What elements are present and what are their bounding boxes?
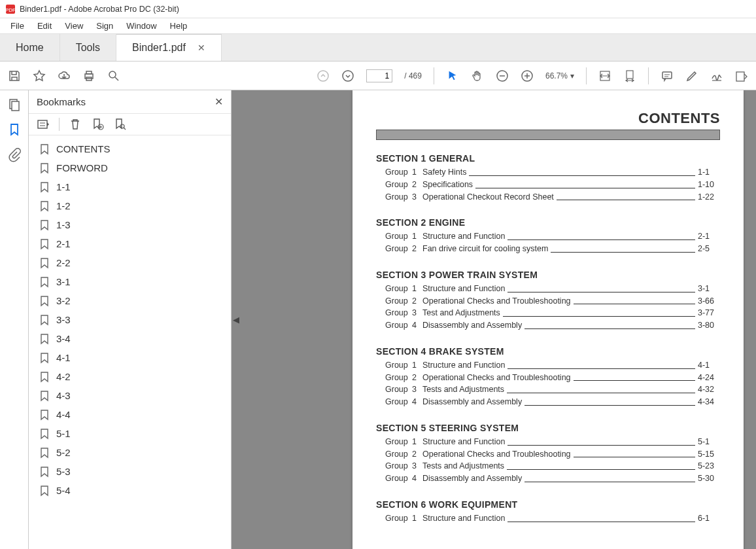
bookmark-icon xyxy=(39,201,50,211)
group-name: Structure and Function xyxy=(420,436,505,448)
group-page: 1-10 xyxy=(698,179,720,191)
options-icon[interactable] xyxy=(37,118,50,131)
bookmark-item[interactable]: 5-2 xyxy=(37,443,228,462)
group-label: Group xyxy=(376,179,412,191)
bookmark-icon xyxy=(39,372,50,382)
document-viewer[interactable]: ◀ CONTENTS SECTION 1 GENERALGroup1Safety… xyxy=(232,90,756,549)
bookmark-item[interactable]: 3-3 xyxy=(37,310,228,329)
toc-group-row: Group2Operational Checks and Troubleshoo… xyxy=(376,448,720,461)
print-icon[interactable] xyxy=(82,69,95,82)
group-page: 4-24 xyxy=(698,372,720,384)
tab-document[interactable]: Binder1.pdf ✕ xyxy=(116,34,222,61)
bookmark-item[interactable]: 5-4 xyxy=(37,481,228,500)
sign-icon[interactable] xyxy=(710,69,723,82)
highlight-icon[interactable] xyxy=(685,69,698,82)
svg-line-6 xyxy=(115,77,118,80)
comment-icon[interactable] xyxy=(661,69,674,82)
bookmark-item[interactable]: FORWORD xyxy=(37,158,228,177)
fit-page-icon[interactable] xyxy=(623,69,636,82)
collapse-handle-icon[interactable]: ◀ xyxy=(232,306,241,334)
zoom-out-icon[interactable] xyxy=(496,69,509,82)
bookmark-icon xyxy=(39,277,50,287)
bookmark-item[interactable]: 4-3 xyxy=(37,386,228,405)
page-down-icon[interactable] xyxy=(341,69,354,82)
group-number: 1 xyxy=(412,436,420,448)
pointer-icon[interactable] xyxy=(446,69,459,82)
toc-group-row: Group4Disassembly and Assembly3-80 xyxy=(376,319,720,332)
bookmark-item[interactable]: 1-1 xyxy=(37,177,228,196)
menu-sign[interactable]: Sign xyxy=(91,20,118,32)
bookmark-item[interactable]: 4-1 xyxy=(37,348,228,367)
toc-section: SECTION 5 STEERING SYSTEMGroup1Structure… xyxy=(376,423,720,485)
bookmark-label: 4-4 xyxy=(56,409,71,420)
menu-view[interactable]: View xyxy=(60,20,88,32)
menu-bar: File Edit View Sign Window Help xyxy=(0,18,756,34)
menu-window[interactable]: Window xyxy=(121,20,162,32)
toc-group-row: Group3Operational Checkout Record Sheet1… xyxy=(376,191,720,204)
zoom-level[interactable]: 66.7%▾ xyxy=(545,71,574,80)
group-label: Group xyxy=(376,436,412,448)
group-number: 3 xyxy=(412,383,420,396)
bookmark-item[interactable]: 3-2 xyxy=(37,291,228,310)
bookmark-icon xyxy=(39,144,50,154)
group-number: 2 xyxy=(412,179,420,191)
panel-tools xyxy=(29,114,231,135)
star-icon[interactable] xyxy=(33,69,46,82)
group-label: Group xyxy=(376,472,412,485)
bookmark-item[interactable]: 1-3 xyxy=(37,215,228,234)
attachments-icon[interactable] xyxy=(8,148,21,161)
page-number-input[interactable] xyxy=(366,69,392,82)
zoom-in-icon[interactable] xyxy=(521,69,534,82)
bookmark-icon xyxy=(39,391,50,401)
toc-group-row: Group3Test and Adjustments3-77 xyxy=(376,307,720,319)
hand-icon[interactable] xyxy=(471,69,484,82)
bookmark-label: 4-1 xyxy=(56,352,71,363)
menu-file[interactable]: File xyxy=(5,20,29,32)
leader-line xyxy=(574,448,695,458)
tab-tools[interactable]: Tools xyxy=(60,34,116,61)
group-number: 1 xyxy=(412,512,420,525)
bookmark-item[interactable]: 5-1 xyxy=(37,424,228,443)
save-icon[interactable] xyxy=(8,69,21,82)
find-bookmark-icon[interactable] xyxy=(113,118,126,131)
fit-width-icon[interactable] xyxy=(598,69,611,82)
bookmark-item[interactable]: 2-1 xyxy=(37,234,228,253)
thumbnails-icon[interactable] xyxy=(8,98,21,111)
menu-help[interactable]: Help xyxy=(165,20,193,32)
bookmark-item[interactable]: 3-1 xyxy=(37,272,228,291)
cloud-icon[interactable] xyxy=(58,69,71,82)
bookmark-item[interactable]: 5-3 xyxy=(37,462,228,481)
close-panel-icon[interactable]: ✕ xyxy=(215,96,223,108)
bookmark-label: CONTENTS xyxy=(56,143,111,154)
close-tab-icon[interactable]: ✕ xyxy=(198,43,205,53)
trash-icon[interactable] xyxy=(69,118,82,131)
group-number: 3 xyxy=(412,460,420,472)
toc-group-row: Group1Structure and Function4-1 xyxy=(376,359,720,372)
bookmark-icon xyxy=(39,258,50,268)
bookmark-label: 5-4 xyxy=(56,485,71,496)
svg-rect-3 xyxy=(86,71,92,74)
bookmark-item[interactable]: 4-4 xyxy=(37,405,228,424)
bookmark-icon xyxy=(39,467,50,477)
toc-group-row: Group1Structure and Function5-1 xyxy=(376,436,720,448)
tab-home[interactable]: Home xyxy=(0,34,60,61)
bookmark-item[interactable]: 4-2 xyxy=(37,367,228,386)
bookmark-item[interactable]: 3-4 xyxy=(37,329,228,348)
bookmark-item[interactable]: 2-2 xyxy=(37,253,228,272)
bookmarks-icon[interactable] xyxy=(8,123,21,136)
svg-line-30 xyxy=(124,128,126,130)
bookmark-item[interactable]: CONTENTS xyxy=(37,139,228,158)
leader-line xyxy=(551,243,695,253)
page-content: CONTENTS SECTION 1 GENERALGroup1Safety H… xyxy=(352,90,744,549)
page-up-icon[interactable] xyxy=(317,69,330,82)
group-name: Disassembly and Assembly xyxy=(420,472,522,485)
leader-line xyxy=(524,396,695,406)
bookmark-icon xyxy=(39,486,50,496)
add-bookmark-icon[interactable] xyxy=(91,118,104,131)
search-icon[interactable] xyxy=(107,69,120,82)
more-icon[interactable] xyxy=(735,69,748,82)
bookmark-item[interactable]: 1-2 xyxy=(37,196,228,215)
bookmark-list[interactable]: CONTENTSFORWORD1-11-21-32-12-23-13-23-33… xyxy=(29,135,231,549)
menu-edit[interactable]: Edit xyxy=(32,20,57,32)
group-number: 1 xyxy=(412,230,420,243)
